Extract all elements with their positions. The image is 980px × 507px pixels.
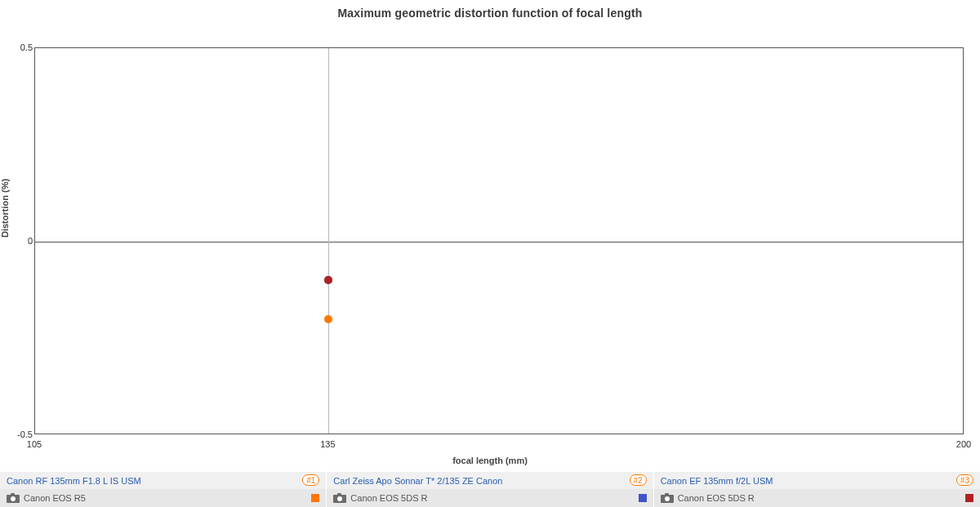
legend: Canon RF 135mm F1.8 L IS USM #1 Canon EO… [0,472,980,507]
xtick-200: 200 [956,439,971,449]
legend-col-1: Canon RF 135mm F1.8 L IS USM #1 Canon EO… [0,472,327,507]
camera-icon [661,493,674,503]
camera-icon [7,493,20,503]
rank-badge: #2 [630,474,647,486]
lens-link[interactable]: Canon EF 135mm f/2L USM [661,476,773,486]
ytick-bottom: -0.5 [17,429,33,439]
ytick-mid: 0 [28,236,33,246]
rank-badge: #3 [956,474,973,486]
chart-title: Maximum geometric distortion function of… [0,0,980,21]
legend-camera-3[interactable]: Canon EOS 5DS R [654,489,980,507]
color-swatch [965,494,973,502]
svg-point-5 [337,496,342,501]
plot-region [34,47,964,434]
legend-lens-1[interactable]: Canon RF 135mm F1.8 L IS USM #1 [0,472,326,489]
datapoint-series1 [324,315,332,323]
legend-lens-3[interactable]: Canon EF 135mm f/2L USM #3 [654,472,980,489]
xtick-135: 135 [320,439,335,449]
datapoint-series3 [324,276,332,284]
legend-col-3: Canon EF 135mm f/2L USM #3 Canon EOS 5DS… [654,472,980,507]
legend-camera-1[interactable]: Canon EOS R5 [0,489,326,507]
lens-link[interactable]: Canon RF 135mm F1.8 L IS USM [7,476,141,486]
legend-lens-2[interactable]: Carl Zeiss Apo Sonnar T* 2/135 ZE Canon … [327,472,653,489]
lens-link[interactable]: Carl Zeiss Apo Sonnar T* 2/135 ZE Canon [333,476,502,486]
chart-area: 0.5 0 -0.5 105 135 200 Distortion (%) fo… [0,21,980,474]
camera-icon [333,493,346,503]
rank-badge: #1 [302,474,319,486]
svg-point-2 [11,496,16,501]
ytick-top: 0.5 [20,42,33,52]
color-swatch [639,494,647,502]
camera-name: Canon EOS R5 [24,493,86,503]
gridline-y0 [35,242,963,242]
color-swatch [311,494,319,502]
svg-rect-4 [337,493,341,496]
xtick-105: 105 [27,439,42,449]
y-axis-label: Distortion (%) [0,179,10,238]
svg-rect-1 [11,493,15,496]
legend-camera-2[interactable]: Canon EOS 5DS R [327,489,653,507]
gridline-x135 [328,48,329,434]
camera-name: Canon EOS 5DS R [678,493,755,503]
svg-rect-7 [665,493,669,496]
x-axis-label: focal length (mm) [0,456,980,465]
legend-col-2: Carl Zeiss Apo Sonnar T* 2/135 ZE Canon … [327,472,653,507]
svg-point-8 [665,496,670,501]
camera-name: Canon EOS 5DS R [350,493,427,503]
